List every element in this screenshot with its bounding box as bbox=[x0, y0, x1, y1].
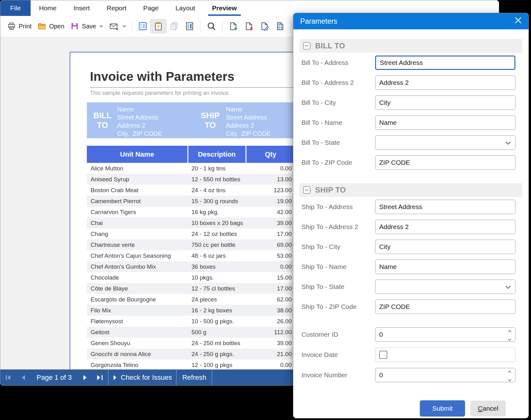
close-icon bbox=[515, 17, 522, 26]
parameter-row: Bill To - Address 2Address 2 bbox=[300, 73, 522, 93]
cell-description: 12 - 550 ml bottles bbox=[188, 174, 246, 185]
ship-to-address-lines: NameStreet AddressAddress 2City, ZIP COD… bbox=[226, 105, 271, 138]
spin-up-icon bbox=[508, 367, 512, 374]
cell-unit-name: Chocolade bbox=[87, 272, 188, 283]
cell-unit-name: Chartreuse verte bbox=[87, 239, 188, 250]
table-row: Boston Crab Meat24 - 4 oz tins123.00 bbox=[87, 185, 295, 196]
menu-item-preview[interactable]: Preview bbox=[204, 0, 245, 16]
print-button[interactable]: Print bbox=[4, 20, 34, 33]
parameter-text-input[interactable]: ZIP CODE bbox=[375, 300, 515, 314]
parameter-row: Ship To - AddressStreet Address bbox=[300, 197, 522, 217]
table-row: Carnarvon Tigers16 kg pkg.42.00 bbox=[87, 207, 295, 217]
date-checkbox[interactable] bbox=[379, 351, 387, 359]
send-email-button[interactable] bbox=[106, 20, 129, 33]
table-row: Gnocchi di nonna Alice24 - 250 g pkgs.21… bbox=[87, 349, 295, 359]
cell-description: 10 pkgs. bbox=[188, 272, 246, 283]
chevron-down-icon bbox=[505, 283, 511, 291]
active-tab-underline bbox=[208, 14, 241, 16]
parameters-dialog-body: BILL TOBill To - AddressStreet AddressBi… bbox=[293, 39, 529, 417]
collapse-icon[interactable] bbox=[303, 42, 310, 50]
parameter-text-input[interactable]: Address 2 bbox=[375, 220, 515, 234]
copy-page-button[interactable] bbox=[166, 19, 182, 33]
cell-description: 20 - 1 kg tins bbox=[188, 163, 246, 174]
toolbar-separator bbox=[200, 19, 201, 33]
save-button[interactable]: Save bbox=[67, 20, 106, 33]
address-line: Name bbox=[117, 105, 162, 113]
cell-unit-name: Escargots de Bourgogne bbox=[87, 294, 188, 305]
parameter-text-input[interactable]: Name bbox=[375, 115, 515, 130]
parameter-label: Ship To - ZIP Code bbox=[301, 303, 357, 310]
parameter-spinner[interactable]: 0 bbox=[375, 368, 515, 382]
parameter-text-input[interactable]: City bbox=[375, 95, 515, 110]
spin-down-icon bbox=[508, 335, 512, 342]
zoom-button[interactable] bbox=[203, 19, 220, 33]
previous-page-button[interactable] bbox=[16, 369, 30, 385]
parameter-text-input[interactable]: Street Address bbox=[375, 200, 515, 214]
page-setup-button[interactable] bbox=[182, 19, 197, 33]
toolbar-separator bbox=[291, 19, 291, 33]
request-parameters-button[interactable]: ? bbox=[151, 19, 166, 33]
parameter-row: Bill To - State bbox=[300, 133, 522, 153]
parameter-row: Customer ID0 bbox=[300, 324, 522, 344]
parameter-date-field[interactable] bbox=[375, 348, 515, 362]
next-page-button[interactable] bbox=[78, 369, 92, 385]
parameters-panel-button[interactable] bbox=[135, 19, 151, 33]
parameter-text-input[interactable]: Street Address bbox=[375, 56, 515, 70]
cell-unit-name: Chef Anton's Gumbo Mix bbox=[87, 261, 188, 272]
cell-qty: 62.00 bbox=[246, 294, 295, 305]
menu-item-layout[interactable]: Layout bbox=[167, 0, 204, 16]
cell-qty: 112.00 bbox=[246, 327, 295, 338]
parameter-text-input[interactable]: ZIP CODE bbox=[375, 155, 515, 170]
cell-qty: 123.00 bbox=[246, 185, 295, 196]
parameter-select[interactable] bbox=[375, 135, 515, 150]
open-button[interactable]: Open bbox=[34, 20, 67, 33]
cell-unit-name: Chai bbox=[87, 217, 188, 228]
parameter-spinner[interactable]: 0 bbox=[375, 327, 515, 342]
cell-qty: 42.00 bbox=[246, 207, 295, 217]
close-button[interactable] bbox=[515, 17, 522, 26]
parameter-label: Ship To - State bbox=[301, 283, 344, 291]
cell-description: 16 - 2 kg boxes bbox=[188, 305, 246, 316]
chevron-down-icon bbox=[99, 25, 103, 27]
first-page-button[interactable] bbox=[0, 369, 16, 385]
menu-item-page[interactable]: Page bbox=[135, 0, 167, 16]
page-structure-button[interactable] bbox=[272, 19, 288, 33]
spinner-arrows[interactable] bbox=[508, 326, 512, 342]
parameter-row: Ship To - ZIP CodeZIP CODE bbox=[300, 297, 522, 317]
cancel-button[interactable]: Cancel bbox=[470, 401, 506, 416]
parameter-text-input[interactable]: Address 2 bbox=[375, 76, 515, 90]
last-page-button[interactable] bbox=[92, 369, 108, 385]
chevron-down-icon bbox=[505, 139, 511, 146]
refresh-button[interactable]: Refresh bbox=[176, 369, 212, 385]
add-page-button[interactable] bbox=[226, 19, 241, 33]
cell-qty: 38.00 bbox=[246, 305, 295, 316]
parameter-label: Ship To - Name bbox=[301, 263, 346, 271]
cell-unit-name: Chef Anton's Cajun Seasoning bbox=[87, 250, 188, 261]
menu-item-insert[interactable]: Insert bbox=[65, 0, 98, 16]
edit-page-button[interactable] bbox=[257, 19, 272, 33]
table-row: Chef Anton's Cajun Seasoning48 - 6 oz ja… bbox=[87, 250, 295, 261]
menu-item-home[interactable]: Home bbox=[31, 0, 65, 16]
table-row: Chang24 - 12 oz bottles17.00 bbox=[87, 228, 295, 239]
menu-item-report[interactable]: Report bbox=[98, 0, 135, 16]
parameter-select[interactable] bbox=[375, 280, 515, 294]
section-header: BILL TO bbox=[300, 39, 522, 53]
spinner-arrows[interactable] bbox=[508, 367, 512, 383]
parameter-row: Invoice Date bbox=[300, 344, 522, 365]
cell-qty: 21.00 bbox=[246, 349, 295, 359]
cell-unit-name: Gnocchi di nonna Alice bbox=[87, 349, 188, 359]
page-add-icon bbox=[228, 21, 238, 31]
menu-file-tab[interactable]: File bbox=[0, 0, 31, 16]
delete-page-button[interactable] bbox=[241, 19, 257, 33]
invoice-table-body: Alice Mutton20 - 1 kg tins0.00Aniseed Sy… bbox=[87, 163, 295, 370]
parameter-text-input[interactable]: Name bbox=[375, 260, 515, 274]
save-icon bbox=[70, 22, 79, 31]
cell-description: 24 - 4 oz tins bbox=[188, 185, 246, 196]
cell-qty: 17.00 bbox=[246, 228, 295, 239]
table-row: Geitost500 g112.00 bbox=[87, 327, 295, 338]
submit-button[interactable]: Submit bbox=[420, 400, 465, 417]
check-for-issues-button[interactable]: Check for Issues bbox=[108, 369, 176, 385]
cell-unit-name: Boston Crab Meat bbox=[87, 185, 188, 196]
parameter-text-input[interactable]: City bbox=[375, 240, 515, 254]
collapse-icon[interactable] bbox=[303, 186, 310, 194]
